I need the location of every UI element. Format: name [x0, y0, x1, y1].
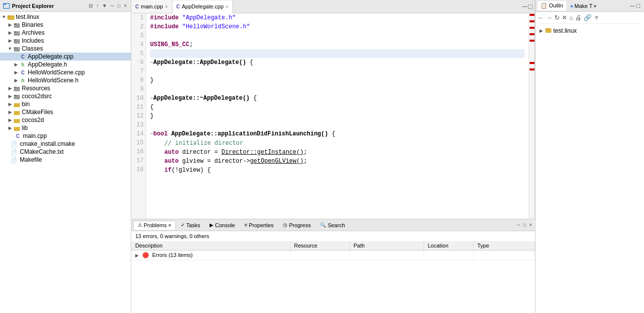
collapse-all-button[interactable]: ⊟: [88, 2, 94, 9]
code-line-7: [150, 67, 525, 76]
editor-scrollbar[interactable]: [529, 13, 535, 219]
tree-item-lib[interactable]: ▶ lib: [0, 124, 131, 132]
tab-appdelegatecpp-close[interactable]: ×: [225, 4, 228, 9]
svg-rect-9: [14, 39, 16, 41]
tree-label-resources: Resources: [22, 85, 50, 92]
tree-item-includes[interactable]: ▶ Includes: [0, 37, 131, 45]
tree-item-helloworldscenecpp[interactable]: ▶ C HelloWorldScene.cpp: [0, 68, 131, 76]
svg-rect-3: [7, 15, 10, 17]
outline-forward-button[interactable]: →: [546, 14, 552, 21]
outline-maximize-button[interactable]: □: [636, 2, 640, 9]
main-cpp-icon: C: [14, 132, 22, 139]
tab-main-cpp-close[interactable]: ×: [165, 4, 168, 9]
tab-appdelegatecpp[interactable]: C AppDelegate.cpp ×: [172, 0, 233, 13]
maximize-problems-button[interactable]: □: [522, 222, 527, 228]
tab-search[interactable]: 🔍 Search: [316, 221, 349, 230]
table-row-errors: ▶ 🔴 Errors (13 items): [131, 250, 535, 260]
classes-icon: [13, 45, 21, 52]
outline-back-button[interactable]: ←: [537, 14, 544, 21]
code-line-1: #include "AppDelegate.h": [150, 13, 525, 22]
close-problems-button[interactable]: ×: [528, 222, 533, 228]
tree-item-classes[interactable]: ▼ Classes: [0, 45, 131, 53]
tasks-icon: ✓: [181, 222, 185, 228]
col-path: Path: [349, 241, 424, 250]
code-content[interactable]: #include "AppDelegate.h" #include "Hello…: [146, 13, 529, 219]
search-tab-icon: 🔍: [320, 222, 326, 228]
svg-rect-16: [14, 103, 20, 107]
code-editor[interactable]: 12345 678910 1112131415 161718 #include …: [131, 13, 535, 219]
tab-make[interactable]: ● Make T ×: [567, 1, 600, 10]
outline-item-test-linux[interactable]: ▶ test.linux: [537, 26, 642, 35]
tab-progress[interactable]: ◷ Progress: [278, 221, 315, 230]
view-menu-button[interactable]: ▼: [101, 2, 108, 9]
tab-console[interactable]: ▶ Console: [205, 221, 239, 230]
tree-arrow: ▶: [7, 86, 13, 91]
problems-table: Description Resource Path Location Type …: [131, 241, 535, 260]
maximize-editor-button[interactable]: □: [529, 2, 533, 10]
svg-rect-13: [14, 87, 16, 88]
errors-description-cell: ▶ 🔴 Errors (13 items): [131, 250, 290, 260]
tree-item-appdelegatecpp[interactable]: C AppDelegate.cpp: [0, 53, 131, 61]
tree-item-makefile[interactable]: 📄 Makefile: [0, 156, 131, 164]
errors-path-cell: [349, 250, 424, 260]
tree-item-maincpp[interactable]: C main.cpp: [0, 132, 131, 140]
tree-arrow: ▶: [7, 94, 13, 99]
tree-label-helloworldsceneh: HelloWorldScene.h: [28, 77, 79, 84]
link-with-editor-button[interactable]: ↑: [95, 2, 100, 9]
outline-minimize-button[interactable]: ─: [630, 2, 635, 9]
editor-area: C main.cpp × C AppDelegate.cpp × ─ □: [131, 0, 535, 219]
outline-stop-button[interactable]: ✕: [562, 14, 567, 21]
code-line-9: [150, 85, 525, 94]
tree-label-maincpp: main.cpp: [23, 132, 47, 139]
outline-toolbar: ← → ↻ ✕ ⌂ 🖨 🔗 ▼: [537, 14, 642, 24]
progress-icon: ◷: [283, 222, 287, 228]
outline-print-button[interactable]: 🖨: [575, 14, 582, 21]
tree-item-helloworldsceneh[interactable]: ▶ h HelloWorldScene.h: [0, 76, 131, 84]
minimize-problems-button[interactable]: ─: [516, 222, 521, 228]
outline-label-test-linux: test.linux: [553, 27, 577, 34]
tab-main-cpp[interactable]: C main.cpp ×: [131, 0, 172, 13]
outline-tab-label: Outlin: [549, 2, 563, 8]
outline-refresh-button[interactable]: ↻: [554, 14, 560, 21]
code-line-10: −AppDelegate::~AppDelegate() {: [150, 94, 525, 103]
tab-outline[interactable]: 📋 Outlin: [537, 1, 566, 10]
code-line-5: [150, 49, 525, 58]
tree-item-cmake-install[interactable]: 📄 cmake_install.cmake: [0, 140, 131, 148]
tree-arrow: ▶: [7, 102, 13, 107]
expand-errors-button[interactable]: ▶: [135, 253, 139, 258]
outline-filter-button[interactable]: ▼: [593, 14, 600, 21]
tree-arrow: ▼: [1, 14, 7, 19]
project-folder-icon: [7, 13, 15, 20]
cmake-install-icon: 📄: [10, 140, 18, 147]
tree-item-cmakecache[interactable]: 📄 CMakeCache.txt: [0, 148, 131, 156]
outline-home-button[interactable]: ⌂: [569, 14, 573, 21]
tree-item-cocos2d[interactable]: ▶ cocos2d: [0, 116, 131, 124]
tree-item-binaries[interactable]: ▶ Binaries: [0, 21, 131, 29]
tab-properties[interactable]: ≡ Properties: [240, 221, 278, 230]
make-tab-close[interactable]: ×: [593, 3, 596, 9]
tab-problems[interactable]: ⚠ Problems ×: [133, 221, 176, 230]
tree-item-bin[interactable]: ▶ bin: [0, 100, 131, 108]
error-marker-1: [530, 14, 535, 16]
tree-item-appdelegateh[interactable]: ▶ h AppDelegate.h: [0, 61, 131, 68]
tree-item-archives[interactable]: ▶ Archives: [0, 29, 131, 37]
tree-item-test-linux[interactable]: ▼ test.linux: [0, 13, 131, 21]
close-explorer-button[interactable]: ×: [123, 2, 128, 9]
outline-link-button[interactable]: 🔗: [584, 14, 591, 21]
tab-problems-close[interactable]: ×: [168, 222, 171, 228]
includes-icon: [13, 37, 21, 44]
makefile-icon: 📄: [10, 156, 18, 163]
tree-item-resources[interactable]: ▶ Resources: [0, 84, 131, 92]
maximize-explorer-button[interactable]: □: [116, 2, 121, 9]
tab-tasks[interactable]: ✓ Tasks: [176, 221, 205, 230]
tree-item-cmakefiles[interactable]: ▶ CMakeFiles: [0, 108, 131, 116]
tree-label-appdelegateh: AppDelegate.h: [28, 61, 67, 68]
outline-arrow: ▶: [539, 28, 543, 33]
minimize-explorer-button[interactable]: ─: [109, 2, 115, 9]
tree-item-cocos2dsrc[interactable]: ▶ cocos2dsrc: [0, 92, 131, 100]
minimize-editor-button[interactable]: ─: [523, 2, 528, 10]
cmakefiles-icon: [13, 109, 21, 116]
problems-content: 13 errors, 0 warnings, 0 others Descript…: [131, 231, 535, 313]
tree-arrow: ▶: [13, 78, 19, 83]
tree-label-cmakecache: CMakeCache.txt: [20, 148, 64, 155]
